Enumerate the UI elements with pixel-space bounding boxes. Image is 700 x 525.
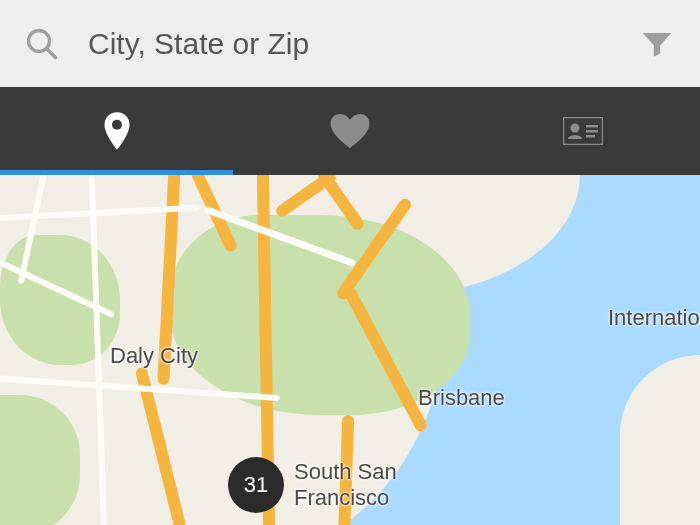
tab-favorites[interactable]: [233, 87, 466, 175]
svg-line-1: [47, 48, 56, 57]
cluster-count: 31: [244, 472, 268, 498]
id-card-icon: [563, 117, 603, 145]
heart-icon: [330, 114, 370, 148]
svg-rect-6: [586, 130, 598, 133]
tab-bar: [0, 87, 700, 175]
map-label-daly-city: Daly City: [110, 343, 198, 369]
map-cluster-marker[interactable]: 31: [228, 457, 284, 513]
map-pin-icon: [102, 112, 132, 150]
location-search-input[interactable]: [88, 27, 618, 61]
filter-icon[interactable]: [638, 25, 676, 63]
map-label-internation: Internation: [608, 305, 700, 331]
svg-point-4: [571, 124, 580, 133]
svg-rect-7: [586, 135, 595, 138]
svg-rect-5: [586, 125, 598, 128]
tab-profile[interactable]: [467, 87, 700, 175]
map-view[interactable]: Daly City Brisbane South San Francisco I…: [0, 175, 700, 525]
tab-map[interactable]: [0, 87, 233, 175]
map-label-south-sf: South San Francisco: [294, 459, 397, 512]
map-label-brisbane: Brisbane: [418, 385, 505, 411]
svg-point-2: [112, 120, 122, 130]
search-bar: [0, 0, 700, 87]
search-icon[interactable]: [24, 26, 60, 62]
